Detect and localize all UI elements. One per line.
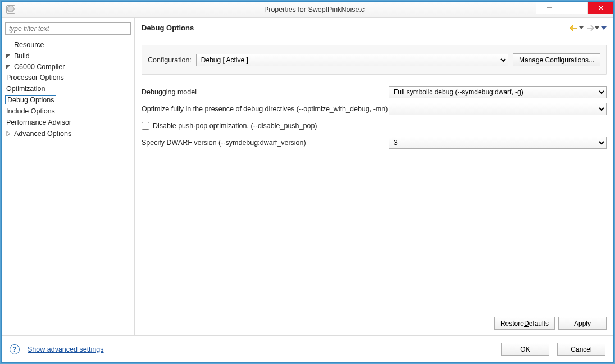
option-label: Disable push-pop optimization. (--disabl… — [153, 122, 317, 130]
dropdown-icon — [594, 25, 600, 31]
option-optimize-with-debug: Optimize fully in the presence of debug … — [142, 102, 607, 116]
tree-label: C6000 Compiler — [13, 63, 66, 71]
tree-label: Advanced Options — [13, 130, 72, 138]
tree-item-resource[interactable]: ▸ Resource — [5, 40, 131, 50]
tree-item-build[interactable]: Build — [5, 51, 131, 61]
main-header: Debug Options — [135, 18, 613, 38]
window-controls — [536, 2, 613, 14]
forward-button[interactable] — [585, 24, 600, 33]
help-icon[interactable]: ? — [10, 344, 20, 354]
dropdown-icon — [578, 25, 584, 31]
cancel-button[interactable]: Cancel — [557, 343, 605, 356]
checkbox-row[interactable]: Disable push-pop optimization. (--disabl… — [142, 122, 317, 130]
back-button[interactable] — [570, 24, 584, 33]
tree-label: Performance Advisor — [5, 119, 72, 126]
tree-twisty-expanded-icon — [5, 63, 12, 70]
tree-twisty-collapsed-icon — [5, 130, 12, 137]
button-row: Restore Defaults Apply — [135, 311, 613, 335]
ok-button[interactable]: OK — [501, 343, 549, 356]
tree-item-compiler[interactable]: C6000 Compiler — [5, 62, 131, 72]
show-advanced-link[interactable]: Show advanced settings — [28, 345, 104, 353]
tree-label: Optimization — [5, 85, 46, 93]
page-title: Debug Options — [142, 24, 570, 32]
option-debugging-model: Debugging model Full symbolic debug (--s… — [142, 85, 607, 99]
tree-item-include-options[interactable]: Include Options — [5, 106, 131, 116]
tree-label: Include Options — [5, 107, 56, 115]
restore-defaults-button[interactable]: Restore Defaults — [494, 317, 555, 330]
tree-label: Debug Options — [5, 95, 56, 104]
filter-container — [5, 22, 131, 35]
tree-item-advanced-options[interactable]: Advanced Options — [5, 129, 131, 139]
forward-arrow-icon — [585, 24, 594, 33]
tree-label: Build — [13, 52, 31, 60]
debugging-model-select[interactable]: Full symbolic debug (--symdebug:dwarf, -… — [389, 86, 607, 98]
tree-label: Resource — [13, 41, 45, 49]
tree-label: Processor Options — [5, 74, 65, 81]
option-disable-push-pop: Disable push-pop optimization. (--disabl… — [142, 119, 607, 133]
disable-push-pop-checkbox[interactable] — [142, 122, 149, 130]
filter-input[interactable] — [5, 22, 131, 35]
window-title: Properties for SweptPinkNoise.c — [15, 6, 613, 13]
configuration-bar: Configuration: Debug [ Active ] Manage C… — [142, 45, 607, 75]
back-arrow-icon — [570, 24, 578, 33]
close-button[interactable] — [587, 2, 613, 14]
minimize-icon — [546, 5, 552, 11]
dwarf-version-select[interactable]: 3 — [389, 136, 607, 149]
nav-tree: ▸ Resource Build — [5, 39, 131, 140]
app-icon — [6, 5, 15, 14]
content-wrap: Configuration: Debug [ Active ] Manage C… — [135, 38, 613, 335]
close-icon — [598, 5, 604, 11]
tree-item-debug-options[interactable]: Debug Options — [5, 95, 131, 105]
option-label: Debugging model — [142, 88, 389, 96]
main-panel: Debug Options — [135, 18, 613, 335]
minimize-button[interactable] — [536, 2, 562, 14]
tree-item-optimization[interactable]: Optimization — [5, 84, 131, 94]
configuration-select[interactable]: Debug [ Active ] — [196, 54, 508, 66]
footer: ? Show advanced settings OK Cancel — [2, 335, 613, 362]
manage-configurations-button[interactable]: Manage Configurations... — [513, 53, 600, 66]
properties-window: Properties for SweptPinkNoise.c — [1, 1, 614, 363]
apply-button[interactable]: Apply — [558, 317, 607, 330]
svg-rect-1 — [573, 6, 577, 10]
maximize-icon — [572, 5, 578, 11]
options-area: Debugging model Full symbolic debug (--s… — [135, 75, 613, 159]
configuration-label: Configuration: — [148, 56, 192, 64]
option-label: Specify DWARF version (--symdebug:dwarf_… — [142, 139, 389, 147]
option-label: Optimize fully in the presence of debug … — [142, 105, 389, 113]
dialog-body: ▸ Resource Build — [2, 17, 613, 335]
maximize-button[interactable] — [562, 2, 587, 14]
tree-twisty-expanded-icon — [5, 53, 12, 60]
tree-item-processor-options[interactable]: Processor Options — [5, 72, 131, 83]
option-dwarf-version: Specify DWARF version (--symdebug:dwarf_… — [142, 135, 607, 150]
tree-item-performance-advisor[interactable]: Performance Advisor — [5, 117, 131, 128]
titlebar: Properties for SweptPinkNoise.c — [2, 2, 613, 17]
optimize-with-debug-select[interactable] — [389, 103, 607, 115]
view-menu-button[interactable] — [601, 25, 607, 31]
header-toolbar — [570, 24, 607, 33]
sidebar: ▸ Resource Build — [2, 18, 135, 335]
